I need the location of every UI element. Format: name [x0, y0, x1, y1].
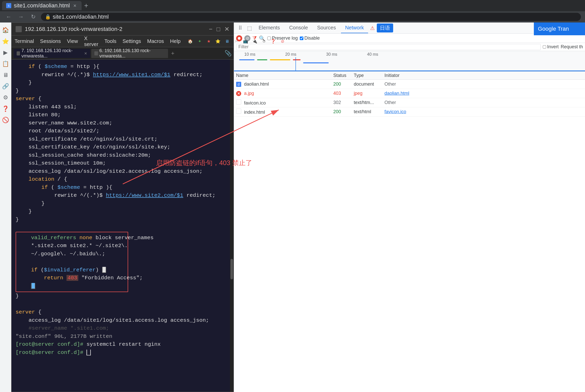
tool-icon-8[interactable]: 🔌 [251, 38, 258, 45]
translate-popup[interactable]: Google Tran [534, 22, 585, 35]
sidebar-icon-star[interactable]: ⭐ [1, 37, 10, 46]
refresh-button[interactable]: ↻ [29, 12, 38, 21]
terminal-tab-2[interactable]: 6. 192.168.126.130 rock-vmwaresta... [91, 49, 168, 58]
menu-macros[interactable]: Macros [147, 38, 164, 44]
network-toolbar: ⏺ ⊘ ⧩ 🔍 Preserve log Disable [234, 34, 585, 43]
terminal-code-area[interactable]: if ( $scheme = http ){ rewrite ^/(.*)$ h… [12, 60, 234, 392]
disable-cache-checkbox[interactable]: Disable [300, 36, 320, 41]
devtools-icon-grid[interactable]: ⠿ [236, 24, 244, 32]
tab-console[interactable]: Console [285, 23, 312, 33]
tool-icon-9[interactable]: ⚙ [260, 38, 268, 45]
terminal-close-button[interactable]: ✕ [224, 26, 229, 32]
menu-terminal[interactable]: Terminal [15, 38, 34, 44]
code-line-18: } [16, 200, 229, 208]
network-table: Name Status Type Initiator d daolian.htm… [234, 72, 585, 392]
code-line-2: rewrite ^/(.*)$ https://www.site1.com/$1… [16, 71, 229, 79]
disable-cache-input[interactable] [300, 37, 303, 40]
menu-help[interactable]: Help [170, 38, 181, 44]
scrollbar-thumb[interactable] [230, 259, 233, 279]
invert-checkbox[interactable] [543, 45, 546, 49]
row1-name: d daolian.html [234, 82, 331, 87]
menu-xserver[interactable]: X server [84, 36, 98, 47]
sidebar-icon-monitor[interactable]: 🖥 [1, 71, 10, 80]
tool-icon-7[interactable]: 📺 [242, 38, 249, 45]
table-row[interactable]: index.html 200 text/html favicon.ico [234, 107, 585, 117]
sidebar-icon-help[interactable]: ❓ [1, 104, 10, 113]
col-header-status: Status [331, 73, 352, 78]
terminal-window: 192.168.126.130 rock-vmwarestation-2 − □… [11, 22, 234, 392]
timeline-area: 10 ms 20 ms 30 ms 40 ms [234, 51, 585, 72]
forward-button[interactable]: → [16, 12, 26, 21]
row2-status: 403 [331, 91, 352, 96]
sidebar-icon-clip[interactable]: 📋 [1, 59, 10, 68]
terminal-favicon [16, 26, 22, 32]
attach-icon[interactable]: 📎 [225, 50, 231, 57]
timeline-label-20ms: 20 ms [285, 52, 296, 57]
add-tab-button[interactable]: + [169, 50, 176, 57]
tab-elements[interactable]: Elements [255, 23, 284, 33]
code-line-7: listen 80; [16, 111, 229, 119]
row4-name: index.html [234, 109, 331, 115]
tab-favicon: s [6, 3, 11, 8]
security-icon: 🔒 [45, 14, 51, 20]
tool-icon-4[interactable]: ⭐ [214, 38, 222, 45]
terminal-tab-1[interactable]: 7. 192.168.126.130 rock-vmwaresta... ✕ [14, 49, 90, 58]
row2-initiator[interactable]: daolian.html [382, 91, 585, 96]
invert-text: Invert [547, 44, 559, 50]
menu-tools[interactable]: Tools [104, 38, 116, 44]
sidebar-icon-play[interactable]: ▶ [1, 48, 10, 57]
new-tab-button[interactable]: + [82, 1, 91, 10]
terminal-tabs: 7. 192.168.126.130 rock-vmwaresta... ✕ 6… [12, 47, 234, 60]
table-row[interactable]: favicon.ico 302 text/htm... Other [234, 98, 585, 107]
menu-sessions[interactable]: Sessions [40, 38, 61, 44]
sidebar-icon-link[interactable]: 🔗 [1, 82, 10, 91]
tool-icon-11[interactable]: ⊘ [279, 38, 286, 45]
timeline-bar-3 [270, 59, 290, 60]
terminal-maximize-button[interactable]: □ [217, 26, 220, 32]
tab-close-button[interactable]: ✕ [72, 3, 78, 8]
code-line-35: "site.conf" 90L, 2177B written [16, 332, 229, 341]
row3-status: 302 [331, 100, 352, 105]
tab1-close[interactable]: ✕ [84, 51, 87, 55]
browser-tab[interactable]: s site1.com/daolian.html ✕ [2, 1, 82, 10]
tab-sources[interactable]: Sources [313, 23, 340, 33]
menu-settings[interactable]: Settings [123, 38, 141, 44]
row3-icon [236, 99, 241, 105]
code-hl-7: █ [18, 282, 126, 290]
code-line-10: ssl_certificate /etc/nginx/ssl/site.crt; [16, 135, 229, 143]
invert-label[interactable]: Invert [543, 44, 559, 50]
tool-icon-5[interactable]: 🖥 [224, 38, 231, 45]
back-button[interactable]: ← [4, 12, 13, 21]
page-wrapper: s site1.com/daolian.html ✕ + ← → ↻ 🔒 sit… [0, 0, 585, 392]
table-row[interactable]: ✕ a.jpg 403 jpeg daolian.html [234, 89, 585, 98]
tab2-icon [94, 51, 98, 55]
scrollbar-track[interactable] [230, 60, 234, 392]
tool-icon-2[interactable]: ✦ [196, 38, 203, 45]
sidebar-icon-home[interactable]: 🏠 [1, 26, 10, 35]
timeline-bar-2 [257, 59, 267, 60]
tab-japanese[interactable]: 日语 [377, 24, 393, 32]
url-text: site1.com/daolian.html [53, 14, 109, 20]
tool-icon-10[interactable]: ❓ [270, 38, 277, 45]
menu-view[interactable]: View [67, 38, 78, 44]
code-hl-6: return 403 "Forbidden Access"; [18, 274, 126, 282]
devtools-panel: ⠿ ⬚ Elements Console Sources Network ⚠ 日… [234, 22, 585, 392]
code-hl-3: ~/.google\. ~/.baidu\.; [18, 250, 126, 258]
devtools-icon-inspect[interactable]: ⬚ [245, 24, 253, 32]
code-line-19: } [16, 207, 229, 216]
address-bar[interactable]: 🔒 site1.com/daolian.html [41, 13, 581, 21]
tool-icon-1[interactable]: 🏠 [187, 38, 194, 45]
row4-type: text/html [352, 109, 382, 114]
table-row[interactable]: d daolian.html 200 document Other [234, 80, 585, 89]
tool-icon-6[interactable]: ✂ [233, 38, 240, 45]
sidebar-icon-block[interactable]: 🚫 [1, 116, 10, 125]
tab-network[interactable]: Network [341, 23, 368, 33]
terminal-minimize-button[interactable]: − [209, 26, 212, 32]
tool-icon-3[interactable]: ★ [205, 38, 212, 45]
code-line-32: server { [16, 308, 229, 316]
browser-chrome: s site1.com/daolian.html ✕ + ← → ↻ 🔒 sit… [0, 0, 585, 22]
terminal-titlebar: 192.168.126.130 rock-vmwarestation-2 − □… [12, 23, 234, 36]
tab2-label: 6. 192.168.126.130 rock-vmwaresta... [100, 48, 165, 59]
sidebar-icon-gear[interactable]: ⚙ [1, 93, 10, 102]
row4-initiator[interactable]: favicon.ico [382, 109, 585, 114]
